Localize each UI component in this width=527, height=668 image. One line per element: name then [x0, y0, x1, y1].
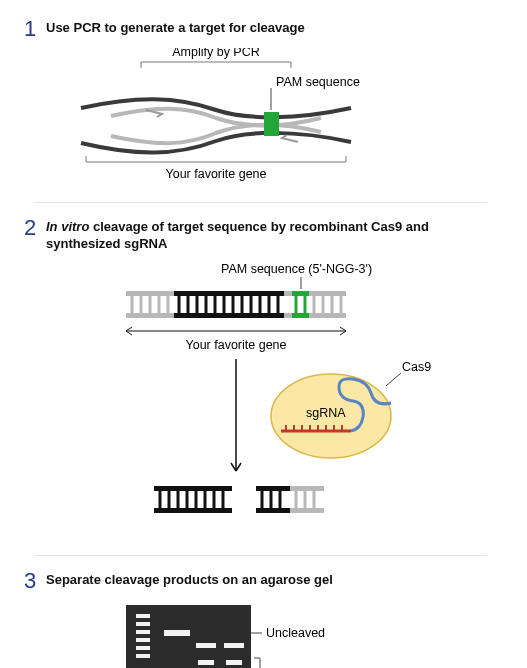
step-2-title-italic: In vitro — [46, 219, 89, 234]
divider-2 — [34, 555, 487, 556]
svg-rect-11 — [174, 291, 284, 296]
svg-rect-12 — [174, 313, 284, 318]
lane2-uncleaved-band — [164, 630, 190, 636]
step-3: 3 Separate cleavage products on an agaro… — [24, 572, 497, 668]
svg-rect-26 — [292, 313, 309, 318]
primer-arrow-fwd — [146, 110, 162, 117]
svg-rect-51 — [256, 508, 290, 513]
svg-rect-66 — [196, 643, 216, 648]
svg-rect-50 — [256, 486, 290, 491]
cas9-label: Cas9 — [402, 360, 431, 374]
sgrna-label: sgRNA — [306, 406, 346, 420]
svg-rect-65 — [136, 654, 150, 658]
gene-label-2: Your favorite gene — [185, 338, 286, 352]
pam-label: PAM sequence — [276, 75, 360, 89]
uncleaved-label: Uncleaved — [266, 626, 325, 640]
dna-ladder-cut — [154, 486, 324, 513]
svg-rect-67 — [198, 660, 214, 665]
svg-rect-40 — [154, 486, 232, 491]
cleavage-diagram: PAM sequence (5'-NGG-3') — [46, 261, 446, 541]
step-3-number: 3 — [24, 570, 46, 592]
cas9-pointer — [386, 373, 401, 386]
step-1-figure: Amplify by PCR PAM sequence — [46, 48, 497, 188]
pam-box-icon — [264, 112, 279, 136]
gene-bracket — [86, 156, 346, 162]
process-arrow-icon — [231, 359, 241, 471]
svg-rect-62 — [136, 630, 150, 634]
cleaved-bracket — [254, 658, 266, 668]
step-2-header: 2 In vitro cleavage of target sequence b… — [24, 219, 497, 253]
amplify-bracket — [141, 62, 291, 68]
svg-rect-55 — [290, 486, 324, 491]
svg-rect-56 — [290, 508, 324, 513]
gene-arrow — [126, 327, 346, 335]
step-2-title-rest: cleavage of target sequence by recombina… — [46, 219, 429, 251]
svg-rect-70 — [226, 660, 242, 665]
dna-strands — [81, 99, 351, 152]
svg-rect-61 — [136, 622, 150, 626]
svg-rect-63 — [136, 638, 150, 642]
step-2-number: 2 — [24, 217, 46, 239]
step-3-title: Separate cleavage products on an agarose… — [46, 572, 333, 589]
step-3-header: 3 Separate cleavage products on an agaro… — [24, 572, 497, 592]
step-1: 1 Use PCR to generate a target for cleav… — [24, 20, 497, 188]
step-1-number: 1 — [24, 18, 46, 40]
svg-rect-25 — [292, 291, 309, 296]
step-2-figure: PAM sequence (5'-NGG-3') — [46, 261, 497, 541]
pam-ngg-label: PAM sequence (5'-NGG-3') — [221, 262, 372, 276]
gene-label-1: Your favorite gene — [165, 167, 266, 181]
cas9-complex-icon: sgRNA — [271, 374, 391, 458]
divider-1 — [34, 202, 487, 203]
step-1-title: Use PCR to generate a target for cleavag… — [46, 20, 305, 37]
step-2: 2 In vitro cleavage of target sequence b… — [24, 219, 497, 541]
svg-rect-60 — [136, 614, 150, 618]
gel-diagram: Uncleaved Cleaved — [46, 600, 366, 668]
step-1-header: 1 Use PCR to generate a target for cleav… — [24, 20, 497, 40]
svg-rect-41 — [154, 508, 232, 513]
dna-ladder-uncut — [126, 291, 346, 318]
svg-rect-69 — [224, 643, 244, 648]
svg-rect-64 — [136, 646, 150, 650]
primer-arrow-rev — [282, 135, 298, 142]
step-3-figure: Uncleaved Cleaved — [46, 600, 497, 668]
amplify-label: Amplify by PCR — [172, 48, 260, 59]
pcr-diagram: Amplify by PCR PAM sequence — [46, 48, 366, 188]
step-2-title: In vitro cleavage of target sequence by … — [46, 219, 497, 253]
